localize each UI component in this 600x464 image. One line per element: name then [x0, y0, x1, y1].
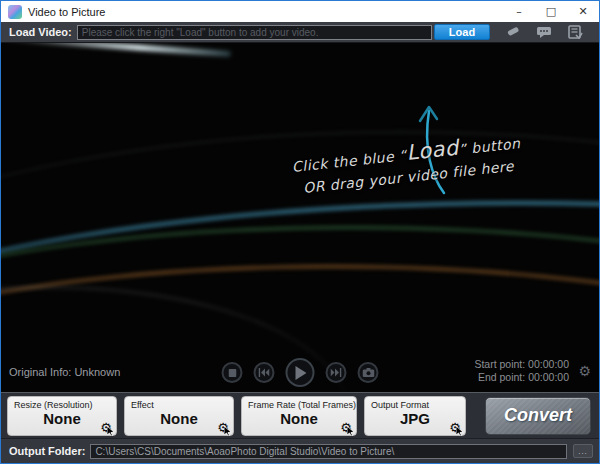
snapshot-button[interactable] — [358, 362, 379, 383]
feedback-icon[interactable] — [536, 25, 552, 39]
log-icon[interactable] — [567, 25, 583, 39]
pen-icon[interactable] — [505, 25, 521, 39]
framerate-panel-value: None — [242, 410, 356, 427]
previous-frame-button[interactable] — [254, 362, 275, 383]
app-icon — [8, 5, 22, 19]
app-window: Video to Picture – □ ✕ Load Video: Load — [0, 0, 600, 464]
trim-points: Start point: 00:00:00 End point: 00:00:0… — [474, 358, 569, 384]
start-point-label: Start point: 00:00:00 — [474, 358, 569, 371]
previous-frame-icon — [259, 368, 270, 377]
light-streak — [1, 43, 231, 57]
effect-panel[interactable]: Effect None ⚙ — [124, 396, 234, 436]
trim-settings-button[interactable]: ⚙ — [578, 363, 591, 379]
camera-icon — [362, 368, 374, 377]
load-button[interactable]: Load — [434, 24, 490, 40]
cursor-icon — [107, 426, 115, 436]
resize-panel-label: Resize (Resolution) — [8, 397, 116, 410]
hint-line1-post: ” button — [458, 135, 521, 157]
hint-load-word: Load — [405, 136, 460, 165]
framerate-settings-button[interactable]: ⚙ — [340, 421, 352, 435]
browse-button[interactable]: ... — [573, 444, 593, 458]
window-title: Video to Picture — [28, 6, 503, 18]
next-frame-button[interactable] — [326, 362, 347, 383]
original-info-label: Original Info: Unknown — [9, 366, 120, 378]
stop-icon — [228, 369, 236, 377]
end-point-label: End point: 00:00:00 — [474, 371, 569, 384]
next-frame-icon — [331, 368, 342, 377]
maximize-button[interactable]: □ — [535, 1, 567, 22]
video-drop-zone[interactable]: Click the blue “Load” button OR drag you… — [1, 43, 599, 392]
play-icon — [294, 366, 306, 380]
options-row: Resize (Resolution) None ⚙ Effect None ⚙… — [1, 392, 599, 438]
framerate-panel-label: Frame Rate (Total Frames) — [242, 397, 356, 410]
effect-settings-button[interactable]: ⚙ — [217, 421, 229, 435]
title-bar: Video to Picture – □ ✕ — [1, 1, 599, 22]
cursor-icon — [456, 426, 464, 436]
resize-panel[interactable]: Resize (Resolution) None ⚙ — [7, 396, 117, 436]
output-folder-bar: Output Folder: ... — [1, 438, 599, 463]
output-folder-label: Output Folder: — [9, 445, 85, 457]
resize-settings-button[interactable]: ⚙ — [100, 421, 112, 435]
cursor-icon — [224, 426, 232, 436]
load-video-label: Load Video: — [9, 26, 72, 38]
minimize-button[interactable]: – — [503, 1, 535, 22]
gear-icon: ⚙ — [578, 363, 591, 379]
effect-panel-label: Effect — [125, 397, 233, 410]
framerate-panel[interactable]: Frame Rate (Total Frames) None ⚙ — [241, 396, 357, 436]
output-folder-input[interactable] — [90, 444, 567, 459]
cursor-icon — [347, 426, 355, 436]
convert-button[interactable]: Convert — [485, 397, 591, 435]
output-format-panel[interactable]: Output Format JPG ⚙ — [364, 396, 466, 436]
video-path-input[interactable] — [77, 25, 432, 40]
playback-controls — [222, 358, 379, 387]
close-button[interactable]: ✕ — [567, 1, 599, 22]
play-button[interactable] — [286, 358, 315, 387]
output-format-settings-button[interactable]: ⚙ — [449, 421, 461, 435]
stop-button[interactable] — [222, 362, 243, 383]
load-toolbar: Load Video: Load — [1, 22, 599, 43]
output-format-panel-label: Output Format — [365, 397, 465, 410]
